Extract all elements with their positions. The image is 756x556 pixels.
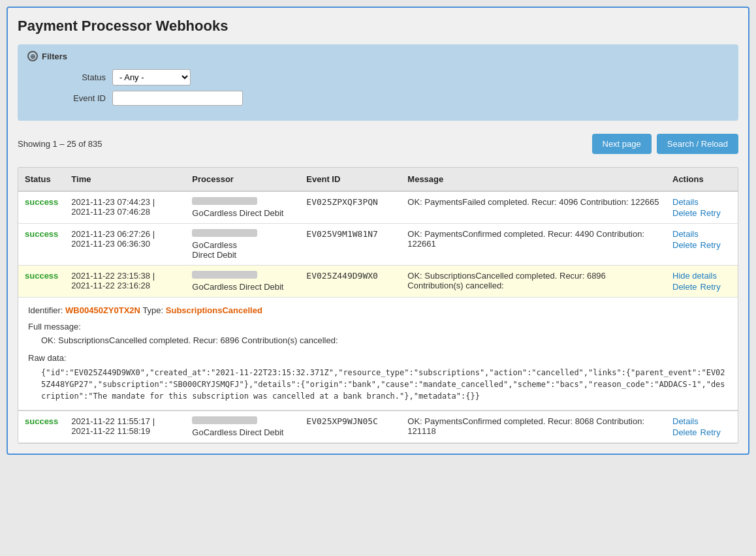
next-page-button[interactable]: Next page (592, 134, 652, 154)
processor-redacted-bar (192, 229, 257, 237)
raw-data-label: Raw data: (28, 353, 728, 363)
detail-identifier-row: Identifier: WB00450ZY0TX2N Type: Subscri… (28, 305, 728, 315)
status-filter-label: Status (27, 72, 106, 82)
actions-group: Details Delete Retry (672, 197, 731, 218)
status-badge: success (25, 416, 58, 426)
details-link[interactable]: Details (672, 197, 731, 207)
hide-details-link[interactable]: Hide details (672, 271, 731, 281)
event-id-cell: EV025XP9WJN05C (300, 411, 401, 443)
processor-redacted-bar (192, 416, 257, 424)
actions-inline: Delete Retry (672, 282, 731, 292)
time-cell: 2021-11-22 11:55:17 |2021-11-22 11:58:19 (65, 411, 185, 443)
webhooks-table-container: Status Time Processor Event ID Message A… (18, 167, 738, 444)
processor-cell: GoCardless Direct Debit (185, 266, 300, 298)
webhooks-table: Status Time Processor Event ID Message A… (18, 168, 738, 443)
event-id-cell: EV025Z449D9WX0 (300, 266, 401, 298)
actions-inline: Delete Retry (672, 240, 731, 250)
status-badge: success (25, 197, 58, 207)
filters-header: ⊕ Filters (27, 51, 729, 61)
detail-panel-row: Identifier: WB00450ZY0TX2N Type: Subscri… (18, 298, 738, 411)
identifier-label: Identifier: (28, 305, 65, 315)
delete-link[interactable]: Delete (672, 240, 697, 250)
delete-link[interactable]: Delete (672, 282, 697, 292)
table-row-highlighted: success 2021-11-22 23:15:38 |2021-11-22 … (18, 266, 738, 298)
processor-cell: GoCardless Direct Debit (185, 411, 300, 443)
status-badge: success (25, 271, 58, 281)
actions-cell: Details Delete Retry (666, 411, 738, 443)
actions-group: Hide details Delete Retry (672, 271, 731, 292)
processor-redacted-bar (192, 271, 257, 279)
toolbar-buttons: Next page Search / Reload (592, 134, 739, 154)
delete-link[interactable]: Delete (672, 208, 697, 218)
event-id-input[interactable] (112, 91, 243, 106)
delete-link[interactable]: Delete (672, 427, 697, 437)
type-label: Type: (142, 305, 165, 315)
retry-link[interactable]: Retry (701, 208, 721, 218)
details-link[interactable]: Details (672, 416, 731, 426)
detail-panel: Identifier: WB00450ZY0TX2N Type: Subscri… (18, 298, 738, 410)
processor-cell: GoCardlessDirect Debit (185, 224, 300, 266)
col-header-processor: Processor (185, 168, 300, 191)
actions-inline: Delete Retry (672, 208, 731, 218)
details-link[interactable]: Details (672, 229, 731, 239)
event-id-filter-row: Event ID (27, 91, 729, 106)
event-id-cell: EV025V9M1W81N7 (300, 224, 401, 266)
actions-cell: Hide details Delete Retry (666, 266, 738, 298)
message-cell: OK: SubscriptionsCancelled completed. Re… (401, 266, 666, 298)
table-header-row: Status Time Processor Event ID Message A… (18, 168, 738, 191)
col-header-time: Time (65, 168, 185, 191)
actions-group: Details Delete Retry (672, 229, 731, 250)
status-filter-select[interactable]: - Any - success failed pending (112, 69, 191, 85)
raw-data-text: {"id":"EV025Z449D9WX0","created_at":"202… (41, 367, 728, 402)
message-cell: OK: PaymentsConfirmed completed. Recur: … (401, 224, 666, 266)
table-row: success 2021-11-23 06:27:26 |2021-11-23 … (18, 224, 738, 266)
processor-redacted-bar (192, 197, 257, 205)
page-title: Payment Processor Webhooks (18, 18, 738, 35)
event-id-filter-label: Event ID (27, 93, 106, 103)
col-header-message: Message (401, 168, 666, 191)
retry-link[interactable]: Retry (701, 240, 721, 250)
actions-inline: Delete Retry (672, 427, 731, 437)
retry-link[interactable]: Retry (701, 427, 721, 437)
full-message-text: OK: SubscriptionsCancelled completed. Re… (41, 335, 728, 345)
table-row: success 2021-11-22 11:55:17 |2021-11-22 … (18, 411, 738, 443)
message-cell: OK: PaymentsConfirmed completed. Recur: … (401, 411, 666, 443)
col-header-actions: Actions (666, 168, 738, 191)
filters-label: Filters (42, 52, 67, 61)
col-header-status: Status (18, 168, 65, 191)
time-cell: 2021-11-22 23:15:38 |2021-11-22 23:16:28 (65, 266, 185, 298)
full-message-label: Full message: (28, 322, 728, 332)
filters-section: ⊕ Filters Status - Any - success failed … (18, 44, 738, 121)
retry-link[interactable]: Retry (701, 282, 721, 292)
actions-cell: Details Delete Retry (666, 224, 738, 266)
message-cell: OK: PaymentsFailed completed. Recur: 409… (401, 191, 666, 224)
filters-icon: ⊕ (27, 51, 38, 61)
showing-text: Showing 1 – 25 of 835 (18, 139, 102, 149)
actions-cell: Details Delete Retry (666, 191, 738, 224)
identifier-value: WB00450ZY0TX2N (65, 305, 140, 315)
event-id-cell: EV025ZPXQF3PQN (300, 191, 401, 224)
type-value: SubscriptionsCancelled (166, 305, 262, 315)
time-cell: 2021-11-23 07:44:23 |2021-11-23 07:46:28 (65, 191, 185, 224)
status-filter-row: Status - Any - success failed pending (27, 69, 729, 85)
processor-cell: GoCardless Direct Debit (185, 191, 300, 224)
time-cell: 2021-11-23 06:27:26 |2021-11-23 06:36:30 (65, 224, 185, 266)
status-badge: success (25, 229, 58, 239)
search-reload-button[interactable]: Search / Reload (657, 134, 738, 154)
table-row: success 2021-11-23 07:44:23 |2021-11-23 … (18, 191, 738, 224)
toolbar-row: Showing 1 – 25 of 835 Next page Search /… (18, 131, 738, 157)
actions-group: Details Delete Retry (672, 416, 731, 437)
col-header-event-id: Event ID (300, 168, 401, 191)
main-window: Payment Processor Webhooks ⊕ Filters Sta… (7, 7, 749, 455)
